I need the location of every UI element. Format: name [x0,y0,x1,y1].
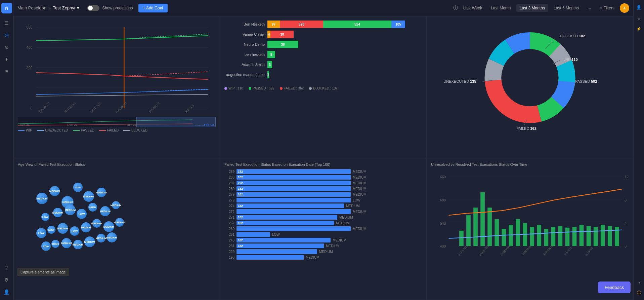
sidebar-icon-help[interactable]: ? [1,262,12,273]
right-icon-bolt[interactable]: ⚡ [634,24,644,34]
hbar2-status-7: MEDIUM [346,204,366,208]
right-bottom: ↺ ⓘ [634,278,644,297]
hbar2-status-5: MEDIUM [353,193,373,196]
donut-svg: BLOCKED 102 WIP 110 UNEXECUTED 135 PASSE… [431,21,629,135]
feedback-button[interactable]: Feedback [598,282,631,293]
sidebar-bottom: ? ⚙ 👤 [1,262,12,297]
minimap[interactable]: Nov '21 Dec '21 Jan '22 ...........Feb '… [18,117,216,127]
bubble-24[interactable]: MEDIUM [61,238,72,248]
legend-wip-text: WIP : 110 [228,86,243,90]
hbar2-status-15: MEDIUM [319,250,339,254]
time-lastmonth[interactable]: Last Month [487,4,514,12]
bubble-25[interactable]: MEDIUM [73,240,83,249]
sidebar-icon-user[interactable]: 👤 [1,287,12,297]
hbar2-status-3: MEDIUM [353,181,373,185]
hbar-row-6: augustine madamombe 1 [224,71,422,78]
hbar-seg-pass-6: 1 [267,71,269,78]
user-avatar[interactable]: A [620,3,629,13]
hbar2-num-14: 231 [224,244,234,248]
bubble-4[interactable]: LOW [73,183,83,192]
bubble-2[interactable]: MEDIUM [50,186,60,196]
bubble-26[interactable]: MEDIUM [84,236,95,247]
bubble-15[interactable]: LOW [47,226,55,234]
bubble-10[interactable]: LOW [77,209,87,219]
legend-blocked-dot: BLOCKED : 102 [309,86,338,90]
bubble-23[interactable]: HIGH [51,240,59,248]
time-last3months[interactable]: Last 3 Months [516,4,548,12]
sidebar-icon-home[interactable]: ◎ [1,30,12,40]
bubble-8[interactable]: MEDIUM [53,208,62,217]
time-last6months[interactable]: Last 6 Months [550,4,582,12]
right-icon-info[interactable]: ⓘ [634,288,644,297]
svg-rect-55 [544,229,549,246]
right-icon-user[interactable]: 👤 [634,3,644,12]
hbar2-num-13: 243 [224,238,234,242]
bubble-21[interactable]: MEDIUM [115,218,124,227]
panel-line-chart: 600 400 200 0 1 [13,16,220,158]
sidebar-icon-bookmark[interactable]: ♦ [1,54,12,65]
svg-rect-47 [487,208,492,246]
legend-label-wip: WIP [26,128,32,132]
right-icon-grid[interactable]: ⊞ [634,13,644,23]
svg-rect-43 [459,231,464,246]
sidebar-icon-menu[interactable]: ☰ [1,17,12,28]
sidebar-icon-explore[interactable]: ⊙ [1,42,12,52]
hbar2-status-6: LOW [353,198,373,202]
app-logo[interactable]: n [1,3,12,13]
bubble-17[interactable]: LOW [70,226,79,236]
bubble-13[interactable]: MEDIUM [112,201,120,209]
info-icon[interactable]: ⓘ [453,5,458,11]
bubble-22[interactable]: LOW [41,241,51,251]
hbar2-status-16: MEDIUM [306,256,326,259]
topbar: Main Poseidon » Test Zephyr ▾ Show predi… [13,0,633,16]
hbar2-num-15: 229 [224,250,234,254]
dot-blocked [309,87,312,90]
bubble-9[interactable]: MEDIUM [65,204,76,215]
time-more[interactable]: ··· [584,4,594,12]
bubble-20[interactable]: MEDIUM [103,221,114,232]
right-icon-refresh[interactable]: ↺ [634,278,644,288]
sidebar-icon-settings[interactable]: ⚙ [1,274,12,285]
hbar2-bar-10: 182 [237,221,334,225]
bubble-5[interactable]: MEDIUM [83,191,94,202]
svg-text:4: 4 [625,221,627,225]
hbar2-row-7: 274 182 MEDIUM [224,203,422,208]
panel-bubble: Age View of Failed Test Execution Status… [13,158,220,300]
breadcrumb-root[interactable]: Main Poseidon [17,5,46,10]
time-lastweek[interactable]: Last Week [460,4,485,12]
add-goal-button[interactable]: + Add Goal [138,4,168,12]
line-chart-svg: 600 400 200 0 1 [18,21,216,115]
bubble-11[interactable]: HIGH [88,203,97,212]
hbar2-row-15: 229 MEDIUM [224,249,422,254]
svg-rect-63 [601,225,605,246]
predictions-toggle[interactable] [87,5,99,11]
svg-rect-57 [558,226,563,246]
predictions-label: Show predictions [102,6,133,10]
sidebar-icon-list[interactable]: ≡ [1,66,12,77]
bubble-6[interactable]: MEDIUM [97,188,106,197]
panel-hbar: Ben Hesketh 97 328 514 105 Vanna Chhay 4… [220,16,427,158]
bubble-12[interactable]: MEDIUM [100,206,110,216]
breadcrumb-current[interactable]: Test Zephyr ▾ [53,5,79,10]
bubble-14[interactable]: LOW [36,228,46,238]
hbar-label-1: Ben Hesketh [224,22,265,26]
bubble-area: MEDIUM MEDIUM MEDIUM LOW MEDIUM MEDIUM L… [18,169,216,263]
bubble-18[interactable]: MEDIUM [81,222,91,232]
hbar2-bar-12 [237,232,270,237]
bubble-19[interactable]: MEDIUM [92,219,101,228]
legend-failed-dot: FAILED : 362 [280,86,304,90]
bubble-28[interactable]: MEDIUM [107,232,117,242]
line2-svg: 660 600 540 480 12 8 4 0 [431,169,629,277]
dropdown-icon[interactable]: ▾ [77,5,79,10]
bubble-1[interactable]: MEDIUM [36,193,48,204]
svg-text:PASSED 592: PASSED 592 [575,79,597,83]
hbar-seg-wip-1: 97 [267,21,280,28]
svg-text:BLOCKED 102: BLOCKED 102 [560,34,585,38]
filters-button[interactable]: ≡ Filters [596,4,618,12]
bubble-7[interactable]: LOW [41,213,49,221]
bubble-27[interactable]: MEDIUM [97,234,105,242]
svg-rect-53 [530,227,534,246]
svg-text:WIP 110: WIP 110 [564,58,578,62]
bubble-16[interactable]: MEDIUM [57,223,68,234]
hbar-row-3: Neuro Demo 36 [224,41,422,48]
